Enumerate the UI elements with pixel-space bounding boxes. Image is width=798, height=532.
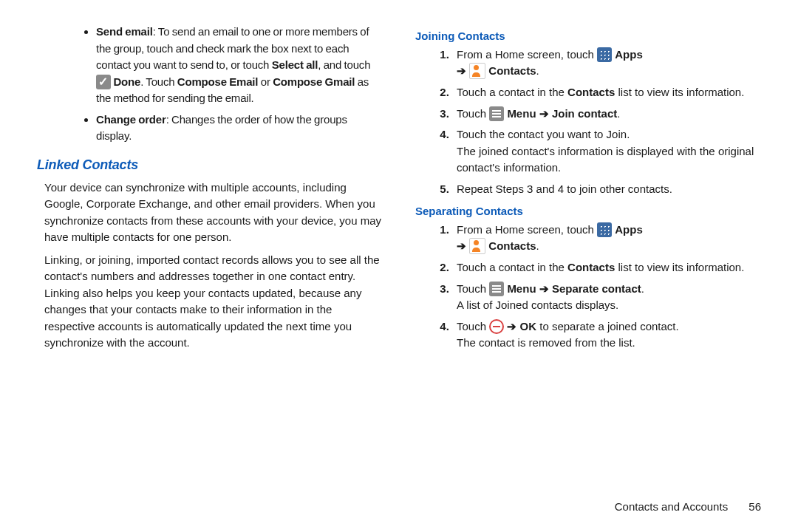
arrow-icon: ➔	[457, 64, 466, 77]
text: , and touch	[318, 58, 370, 71]
apps-icon	[597, 47, 612, 62]
joining-steps: From a Home screen, touch Apps ➔ Contact…	[415, 47, 761, 198]
subheading-joining: Joining Contacts	[415, 28, 761, 45]
text: Touch	[457, 320, 489, 332]
apps-label: Apps	[615, 223, 643, 236]
separate-contact-label: Separate contact	[552, 282, 641, 295]
step: Touch a contact in the Contacts list to …	[452, 84, 761, 101]
text: or	[258, 75, 273, 88]
text: From a Home screen, touch	[457, 223, 597, 236]
step: From a Home screen, touch Apps ➔ Contact…	[452, 47, 761, 81]
bullet-list: Send email: To send an email to one or m…	[37, 24, 383, 145]
step: Touch a contact in the Contacts list to …	[452, 259, 761, 276]
remove-icon	[489, 319, 504, 334]
apps-icon	[597, 222, 612, 237]
text: .	[536, 64, 539, 77]
step: From a Home screen, touch Apps ➔ Contact…	[452, 222, 761, 256]
arrow-icon: ➔	[457, 239, 466, 252]
text: The contact is removed from the list.	[457, 336, 635, 349]
apps-label: Apps	[615, 48, 643, 61]
step: Touch the contact you want to Join. The …	[452, 126, 761, 177]
text: A list of Joined contacts displays.	[457, 299, 618, 311]
arrow-icon: ➔	[539, 107, 549, 120]
menu-icon	[489, 282, 504, 296]
step: Touch Menu ➔ Separate contact. A list of…	[452, 281, 761, 314]
paragraph: Your device can synchronize with multipl…	[37, 180, 383, 246]
left-column: Send email: To send an email to one or m…	[37, 24, 383, 358]
checkmark-icon	[96, 75, 111, 89]
page-number: 56	[748, 500, 761, 513]
section-name: Contacts and Accounts	[615, 500, 728, 513]
text: Touch the contact you want to Join.	[457, 128, 630, 140]
text: . Touch	[140, 75, 177, 88]
separating-steps: From a Home screen, touch Apps ➔ Contact…	[415, 222, 761, 352]
join-contact-label: Join contact	[552, 107, 617, 120]
section-heading-linked: Linked Contacts	[37, 155, 383, 175]
bullet-lead: Send email	[96, 25, 153, 38]
page-content: Send email: To send an email to one or m…	[0, 0, 798, 358]
paragraph: Linking, or joining, imported contact re…	[37, 252, 383, 352]
text: .	[617, 107, 620, 120]
text: .	[641, 282, 644, 295]
page-footer: Contacts and Accounts 56	[615, 500, 761, 513]
contacts-icon	[469, 238, 485, 254]
step: Repeat Steps 3 and 4 to join other conta…	[452, 181, 761, 198]
ok-label: OK	[520, 320, 537, 332]
text: list to view its information.	[615, 261, 744, 273]
arrow-icon: ➔	[507, 320, 516, 332]
list-item: Send email: To send an email to one or m…	[96, 24, 383, 107]
text: Touch a contact in the	[457, 261, 567, 273]
contacts-label: Contacts	[567, 261, 615, 273]
menu-icon	[489, 106, 504, 121]
select-all-label: Select all	[272, 58, 318, 71]
text: From a Home screen, touch	[457, 48, 597, 61]
text: to separate a joined contact.	[536, 320, 679, 332]
compose-email-label: Compose Email	[177, 75, 258, 88]
text: Touch a contact in the	[457, 86, 567, 98]
contacts-label: Contacts	[488, 64, 536, 77]
step: Touch ➔ OK to separate a joined contact.…	[452, 318, 761, 352]
contacts-label: Contacts	[488, 239, 536, 252]
text: Touch	[457, 282, 489, 295]
subheading-separating: Separating Contacts	[415, 203, 761, 220]
contacts-label: Contacts	[567, 86, 615, 98]
bullet-lead: Change order	[96, 113, 166, 126]
text: The joined contact's information is disp…	[457, 145, 754, 174]
text: .	[536, 239, 539, 252]
text: Touch	[457, 107, 489, 120]
menu-label: Menu	[507, 107, 536, 120]
text: Repeat Steps 3 and 4 to join other conta…	[457, 183, 672, 195]
arrow-icon: ➔	[539, 282, 549, 295]
compose-gmail-label: Compose Gmail	[273, 75, 355, 88]
done-label: Done	[113, 75, 140, 88]
right-column: Joining Contacts From a Home screen, tou…	[415, 24, 761, 358]
contacts-icon	[469, 63, 485, 79]
list-item: Change order: Changes the order of how t…	[96, 112, 383, 145]
menu-label: Menu	[507, 282, 536, 295]
step: Touch Menu ➔ Join contact.	[452, 106, 761, 123]
text: list to view its information.	[615, 86, 744, 98]
